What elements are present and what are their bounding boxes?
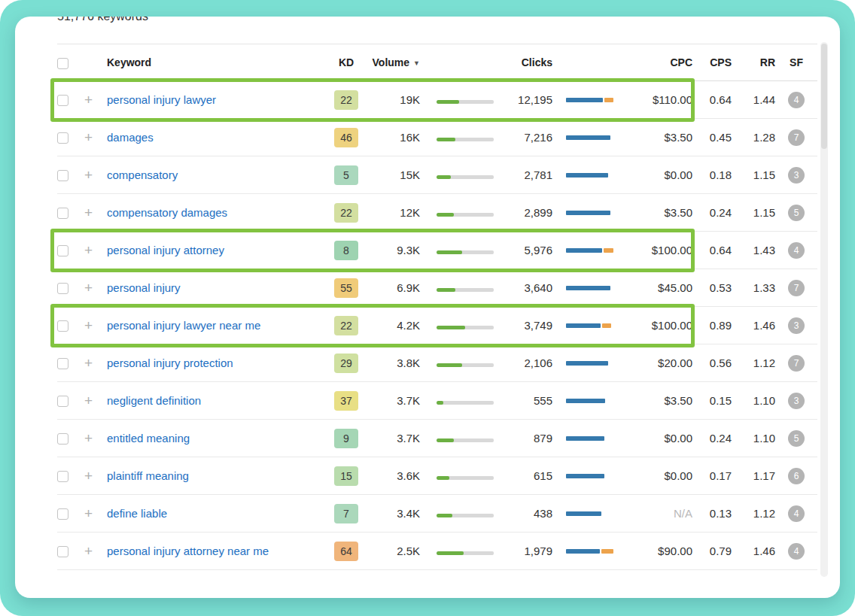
cps-value: 0.53 bbox=[692, 281, 732, 294]
add-keyword-icon[interactable]: + bbox=[84, 92, 93, 108]
clicks-value: 438 bbox=[495, 507, 552, 520]
select-all-checkbox[interactable] bbox=[57, 58, 68, 69]
table-row: + compensatory 5 15K 2,781 $0.00 0.18 1.… bbox=[57, 156, 817, 194]
sf-badge: 3 bbox=[788, 317, 805, 334]
add-keyword-icon[interactable]: + bbox=[84, 317, 93, 333]
scrollbar-thumb[interactable] bbox=[821, 44, 827, 149]
cpc-value: $45.00 bbox=[628, 281, 692, 294]
kd-badge: 22 bbox=[334, 316, 358, 335]
rr-value: 1.15 bbox=[732, 206, 775, 219]
row-checkbox[interactable] bbox=[57, 283, 68, 294]
table-row: + personal injury attorney near me 64 2.… bbox=[57, 533, 817, 570]
clicks-value: 879 bbox=[495, 432, 552, 445]
keyword-link[interactable]: compensatory damages bbox=[107, 206, 227, 219]
row-checkbox[interactable] bbox=[57, 433, 68, 445]
row-checkbox[interactable] bbox=[57, 471, 68, 482]
row-checkbox[interactable] bbox=[57, 508, 68, 520]
row-checkbox[interactable] bbox=[57, 245, 68, 256]
keyword-link[interactable]: compensatory bbox=[107, 168, 178, 181]
sf-badge: 4 bbox=[788, 92, 805, 108]
column-header-sf[interactable]: SF bbox=[775, 56, 817, 68]
add-keyword-icon[interactable]: + bbox=[84, 393, 93, 408]
keyword-link[interactable]: damages bbox=[107, 131, 154, 144]
clicks-bar-organic bbox=[566, 173, 608, 178]
clicks-bar-paid bbox=[604, 98, 613, 102]
clicks-bar bbox=[566, 98, 628, 102]
row-checkbox[interactable] bbox=[57, 95, 68, 106]
volume-value: 19K bbox=[367, 93, 420, 106]
row-checkbox[interactable] bbox=[57, 396, 68, 407]
add-keyword-icon[interactable]: + bbox=[84, 242, 93, 258]
clicks-bar bbox=[566, 211, 628, 215]
keyword-link[interactable]: personal injury lawyer bbox=[107, 93, 216, 106]
column-header-volume[interactable]: Volume▼ bbox=[367, 56, 420, 68]
add-keyword-icon[interactable]: + bbox=[84, 355, 93, 371]
keyword-link[interactable]: negligent definition bbox=[107, 394, 201, 407]
row-checkbox[interactable] bbox=[57, 546, 68, 557]
volume-value: 4.2K bbox=[367, 319, 420, 332]
column-header-cpc[interactable]: CPC bbox=[628, 56, 692, 68]
column-header-rr[interactable]: RR bbox=[732, 56, 775, 68]
volume-bar-fill bbox=[437, 175, 451, 179]
kd-badge: 15 bbox=[334, 466, 358, 486]
row-checkbox[interactable] bbox=[57, 170, 68, 181]
clicks-value: 2,106 bbox=[495, 357, 552, 369]
kd-badge: 7 bbox=[334, 504, 358, 523]
keyword-link[interactable]: personal injury protection bbox=[107, 357, 233, 369]
keyword-link[interactable]: personal injury lawyer near me bbox=[107, 319, 260, 332]
keyword-link[interactable]: plaintiff meaning bbox=[107, 469, 189, 482]
cpc-value: $0.00 bbox=[628, 168, 692, 181]
add-keyword-icon[interactable]: + bbox=[84, 280, 93, 296]
clicks-bar-organic bbox=[566, 323, 601, 328]
cpc-value: $0.00 bbox=[628, 432, 692, 445]
add-keyword-icon[interactable]: + bbox=[84, 167, 93, 183]
clicks-value: 7,216 bbox=[495, 131, 552, 144]
keyword-link[interactable]: personal injury attorney bbox=[107, 244, 224, 256]
volume-value: 15K bbox=[367, 168, 420, 181]
sort-desc-icon: ▼ bbox=[413, 59, 420, 67]
add-keyword-icon[interactable]: + bbox=[84, 129, 93, 145]
table-row: + define liable 7 3.4K 438 N/A 0.13 1.12… bbox=[57, 495, 817, 533]
add-keyword-icon[interactable]: + bbox=[84, 430, 93, 446]
volume-bar bbox=[437, 363, 494, 367]
cpc-value: $3.50 bbox=[628, 394, 692, 407]
clicks-bar-organic bbox=[566, 248, 602, 253]
rr-value: 1.33 bbox=[732, 281, 775, 294]
volume-bar-fill bbox=[437, 326, 465, 329]
add-keyword-icon[interactable]: + bbox=[84, 543, 93, 559]
page-background: 51,776 keywords Keyword KD Volume▼ Click… bbox=[0, 0, 855, 616]
column-header-clicks[interactable]: Clicks bbox=[495, 56, 552, 68]
vertical-scrollbar[interactable] bbox=[820, 42, 828, 577]
rr-value: 1.10 bbox=[732, 432, 775, 445]
row-checkbox[interactable] bbox=[57, 208, 68, 219]
row-checkbox[interactable] bbox=[57, 320, 68, 332]
rr-value: 1.12 bbox=[732, 357, 775, 369]
clicks-value: 12,195 bbox=[495, 93, 552, 106]
column-header-cps[interactable]: CPS bbox=[692, 56, 732, 68]
volume-value: 2.5K bbox=[367, 545, 420, 557]
volume-bar-fill bbox=[437, 401, 443, 405]
clicks-bar bbox=[566, 511, 628, 516]
keyword-link[interactable]: personal injury bbox=[107, 281, 181, 294]
volume-bar bbox=[437, 514, 494, 517]
add-keyword-icon[interactable]: + bbox=[84, 468, 93, 484]
kd-badge: 22 bbox=[334, 90, 358, 110]
add-keyword-icon[interactable]: + bbox=[84, 505, 93, 521]
keyword-link[interactable]: personal injury attorney near me bbox=[107, 545, 269, 557]
cps-value: 0.18 bbox=[692, 168, 732, 181]
sf-badge: 5 bbox=[788, 205, 805, 221]
cps-value: 0.64 bbox=[692, 244, 732, 256]
add-keyword-icon[interactable]: + bbox=[84, 205, 93, 220]
rr-value: 1.46 bbox=[732, 319, 775, 332]
volume-value: 3.8K bbox=[367, 357, 420, 369]
volume-bar-fill bbox=[437, 476, 449, 480]
column-header-keyword[interactable]: Keyword bbox=[107, 56, 325, 68]
row-checkbox[interactable] bbox=[57, 358, 68, 369]
volume-value: 16K bbox=[367, 131, 420, 144]
keyword-link[interactable]: define liable bbox=[107, 507, 167, 520]
clicks-bar-organic bbox=[566, 511, 601, 516]
clicks-bar bbox=[566, 474, 628, 478]
column-header-kd[interactable]: KD bbox=[325, 56, 367, 68]
keyword-link[interactable]: entitled meaning bbox=[107, 432, 190, 445]
row-checkbox[interactable] bbox=[57, 132, 68, 144]
